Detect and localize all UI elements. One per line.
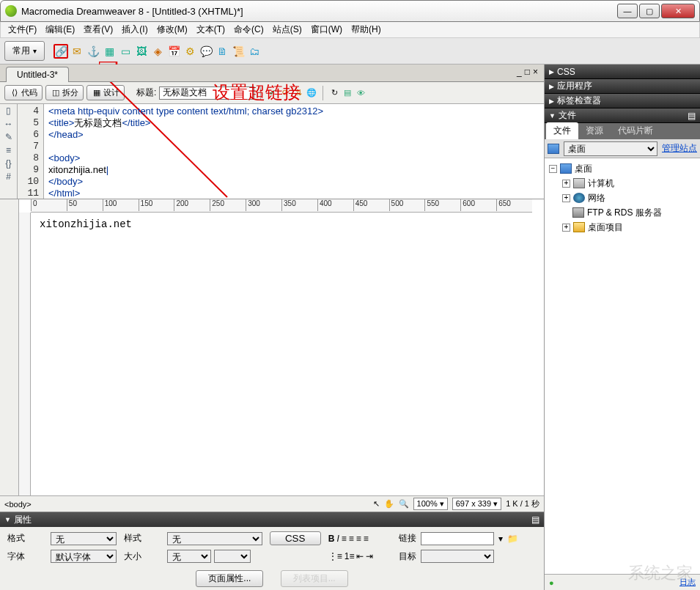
bold-button[interactable]: B [328,534,335,544]
list-ul-icon[interactable]: ⋮≡ [328,551,342,561]
split-view-button[interactable]: ◫拆分 [45,85,84,100]
insert-category-dropdown[interactable]: 常用 [4,41,45,61]
link-dropdown-icon[interactable]: ▾ [498,534,503,544]
check-icon[interactable]: ⟳ [280,88,290,98]
code-tool-icon[interactable]: # [6,172,11,182]
doc-restore-icon[interactable]: □ [525,67,530,77]
code-tool-icon[interactable]: ▯ [6,106,11,116]
target-select[interactable] [421,550,494,563]
size-unit[interactable] [214,550,251,563]
font-select[interactable]: 默认字体 [51,550,117,563]
menu-help[interactable]: 帮助(H) [347,22,386,37]
doc-minimize-icon[interactable]: _ [517,67,522,77]
validate-icon[interactable]: ✔ [267,88,277,98]
align-center-icon[interactable]: ≡ [349,534,354,544]
page-properties-button[interactable]: 页面属性... [196,570,263,587]
script-icon[interactable]: 📜 [231,44,246,59]
tree-expand-icon[interactable]: + [562,224,570,232]
menu-file[interactable]: 文件(F) [4,22,41,37]
refresh-icon[interactable]: ↻ [329,88,339,98]
window-close-button[interactable]: ✕ [661,4,695,18]
site-select[interactable]: 桌面 [564,141,657,156]
size-select[interactable]: 无 [167,550,211,563]
window-title: Macromedia Dreamweaver 8 - [Untitled-3 (… [21,6,616,17]
visual-aids-icon[interactable]: 👁 [355,88,366,98]
align-justify-icon[interactable]: ≡ [364,534,369,544]
image-icon[interactable]: 🖼 [134,44,149,59]
view-options-icon[interactable]: ▤ [342,88,353,98]
file-tree[interactable]: −桌面 +计算机 +网络 FTP & RDS 服务器 +桌面项目 [545,158,700,574]
menu-site[interactable]: 站点(S) [268,22,306,37]
menu-view[interactable]: 查看(V) [79,22,117,37]
named-anchor-icon[interactable]: ⚓ [86,44,100,59]
select-tool-icon[interactable]: ↖ [373,499,380,509]
email-link-icon[interactable]: ✉ [70,44,84,59]
application-panel-header[interactable]: 应用程序 [545,79,700,94]
preview-icon[interactable]: 🌐 [306,88,317,98]
tag-selector[interactable]: <body> [4,500,373,509]
server-icon[interactable]: ⚙ [183,44,197,59]
date-icon[interactable]: 📅 [166,44,181,59]
zoom-level[interactable]: 100% ▾ [413,498,448,510]
files-tab-assets[interactable]: 资源 [578,122,611,139]
hyperlink-icon[interactable]: 🔗 [54,44,68,59]
code-tool-icon[interactable]: ↔ [4,119,13,129]
document-title-input[interactable] [159,86,254,100]
size-label: 大小 [124,550,160,563]
list-item-button[interactable]: 列表项目... [281,570,348,587]
log-link[interactable]: 日志 [679,577,696,588]
comment-icon[interactable]: 💬 [199,44,213,59]
design-view[interactable]: 050100150200250300350400450500550600650 … [0,199,544,495]
align-left-icon[interactable]: ≡ [342,534,347,544]
menu-text[interactable]: 文本(T) [192,22,229,37]
design-canvas[interactable]: xitonzhijia.net [32,214,532,495]
align-right-icon[interactable]: ≡ [356,534,361,544]
head-icon[interactable]: 🗎 [215,44,229,59]
menu-window[interactable]: 窗口(W) [306,22,347,37]
link-input[interactable] [421,532,494,545]
files-tab-files[interactable]: 文件 [546,122,578,139]
code-tool-icon[interactable]: ≡ [6,145,11,155]
design-view-button[interactable]: ▦设计 [86,85,125,100]
menu-modify[interactable]: 修改(M) [152,22,192,37]
code-tool-icon[interactable]: ✎ [5,132,12,142]
indent-icon[interactable]: ⇥ [366,551,373,561]
italic-button[interactable]: I [336,534,339,544]
tree-collapse-icon[interactable]: − [549,165,557,173]
file-mgmt-icon[interactable]: ⇅ [293,88,303,98]
media-icon[interactable]: ◈ [150,44,165,59]
manage-sites-link[interactable]: 管理站点 [662,142,697,155]
menu-insert[interactable]: 插入(I) [117,22,152,37]
window-minimize-button[interactable]: — [617,4,638,18]
format-select[interactable]: 无 [51,532,117,545]
list-ol-icon[interactable]: 1≡ [345,551,355,561]
hand-tool-icon[interactable]: ✋ [384,499,394,509]
window-size[interactable]: 697 x 339 ▾ [452,498,501,510]
tree-expand-icon[interactable]: + [562,180,570,188]
files-status: ● 日志 [545,574,700,590]
doc-close-icon[interactable]: × [533,67,538,77]
zoom-tool-icon[interactable]: 🔍 [399,499,409,509]
div-icon[interactable]: ▭ [118,44,133,59]
table-icon[interactable]: ▦ [102,44,117,59]
tag-inspector-header[interactable]: 标签检查器 [545,94,700,108]
window-maximize-button[interactable]: ▢ [639,4,660,18]
code-view-button[interactable]: ⟨⟩代码 [4,85,43,100]
css-panel-header[interactable]: CSS [545,64,700,79]
folder-icon[interactable]: 📁 [507,534,518,544]
templates-icon[interactable]: 🗂 [247,44,262,59]
menu-edit[interactable]: 编辑(E) [41,22,79,37]
menu-commands[interactable]: 命令(C) [229,22,268,37]
code-editor[interactable]: ▯ ↔ ✎ ≡ {} # 456789101112 <meta http-equ… [0,104,544,199]
style-select[interactable]: 无 [167,532,262,545]
files-panel-header[interactable]: 文件▤ [545,108,700,123]
outdent-icon[interactable]: ⇤ [356,551,364,561]
css-button[interactable]: CSS [270,531,321,545]
tree-expand-icon[interactable]: + [562,194,570,202]
document-tab[interactable]: Untitled-3* [6,67,69,82]
properties-header[interactable]: 属性▤ [0,512,544,527]
files-tab-snippets[interactable]: 代码片断 [611,122,660,139]
insert-toolbar: 常用 🔗 ✉ ⚓ ▦ ▭ 🖼 ◈ 📅 ⚙ 💬 🗎 📜 🗂 [0,38,700,64]
code-body[interactable]: <meta http-equiv content type content te… [44,104,544,199]
code-tool-icon[interactable]: {} [5,158,11,169]
